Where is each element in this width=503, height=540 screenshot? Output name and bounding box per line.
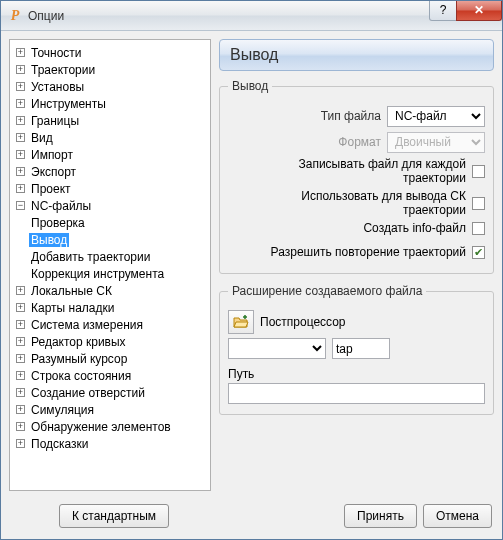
expand-icon[interactable]: + [16, 82, 25, 91]
extension-combo[interactable] [228, 338, 326, 359]
accept-button[interactable]: Принять [344, 504, 417, 528]
tree-item-label[interactable]: NC-файлы [29, 199, 93, 213]
window-title: Опции [28, 9, 430, 23]
tree-item[interactable]: +Подсказки [12, 435, 208, 452]
filetype-combo[interactable]: NC-файл [387, 106, 485, 127]
cancel-button[interactable]: Отмена [423, 504, 492, 528]
tree-item-label[interactable]: Строка состояния [29, 369, 133, 383]
write-each-checkbox[interactable] [472, 165, 485, 178]
tree-item-label[interactable]: Создание отверстий [29, 386, 147, 400]
tree-item[interactable]: +Разумный курсор [12, 350, 208, 367]
tree-item-label[interactable]: Разумный курсор [29, 352, 129, 366]
tree-item[interactable]: +Редактор кривых [12, 333, 208, 350]
tree-item-label[interactable]: Обнаружение элементов [29, 420, 173, 434]
tree-item[interactable]: +Локальные СК [12, 282, 208, 299]
expand-icon[interactable]: + [16, 354, 25, 363]
tree-item[interactable]: +Импорт [12, 146, 208, 163]
path-input[interactable] [228, 383, 485, 404]
expand-icon[interactable]: + [16, 167, 25, 176]
folder-open-icon [233, 314, 249, 330]
tree-item[interactable]: +Траектории [12, 61, 208, 78]
expand-icon[interactable]: + [16, 439, 25, 448]
panel-title: Вывод [219, 39, 494, 71]
postprocessor-label: Постпроцессор [260, 315, 346, 329]
tree-item-label[interactable]: Вид [29, 131, 55, 145]
expand-icon[interactable]: + [16, 371, 25, 380]
expand-icon[interactable]: + [16, 150, 25, 159]
use-cs-label: Использовать для вывода СК траектории [266, 189, 466, 217]
titlebar: P Опции ? ✕ [1, 1, 502, 31]
tree-item-label[interactable]: Границы [29, 114, 81, 128]
expand-icon[interactable]: + [16, 48, 25, 57]
tree-item-label[interactable]: Добавить траектории [29, 250, 152, 264]
tree-item[interactable]: +Карты наладки [12, 299, 208, 316]
allow-repeat-label: Разрешить повторение траекторий [271, 245, 466, 259]
postprocessor-button[interactable] [228, 310, 254, 334]
use-cs-checkbox[interactable] [472, 197, 485, 210]
close-button[interactable]: ✕ [456, 1, 502, 21]
tree-item-label[interactable]: Симуляция [29, 403, 96, 417]
expand-icon[interactable]: + [16, 422, 25, 431]
tree-item-label[interactable]: Импорт [29, 148, 75, 162]
tree-item-label[interactable]: Инструменты [29, 97, 108, 111]
tree-item[interactable]: +Установы [12, 78, 208, 95]
bottom-buttons: К стандартным Принять Отмена [1, 499, 502, 539]
expand-icon[interactable]: + [16, 286, 25, 295]
tree-item-label[interactable]: Карты наладки [29, 301, 116, 315]
tree-item[interactable]: +Инструменты [12, 95, 208, 112]
tree-item[interactable]: +Границы [12, 112, 208, 129]
tree-item[interactable]: +Система измерения [12, 316, 208, 333]
defaults-button[interactable]: К стандартным [59, 504, 169, 528]
extension-input[interactable] [332, 338, 390, 359]
window-buttons: ? ✕ [430, 1, 502, 21]
options-dialog: P Опции ? ✕ +Точности+Траектории+Установ… [0, 0, 503, 540]
tree-item[interactable]: +Экспорт [12, 163, 208, 180]
collapse-icon[interactable]: − [16, 201, 25, 210]
path-label: Путь [228, 367, 485, 381]
create-info-checkbox[interactable] [472, 222, 485, 235]
tree-item[interactable]: +Строка состояния [12, 367, 208, 384]
format-label: Формат [338, 135, 381, 149]
help-button[interactable]: ? [429, 1, 457, 21]
tree-item[interactable]: +Вид [12, 129, 208, 146]
expand-icon[interactable]: + [16, 65, 25, 74]
tree-item[interactable]: +Точности [12, 44, 208, 61]
expand-icon[interactable]: + [16, 388, 25, 397]
tree-item-label[interactable]: Траектории [29, 63, 97, 77]
tree-item[interactable]: Проверка [12, 214, 208, 231]
tree-item-label[interactable]: Коррекция инструмента [29, 267, 166, 281]
tree-item-label[interactable]: Проверка [29, 216, 87, 230]
expand-icon[interactable]: + [16, 116, 25, 125]
expand-icon[interactable]: + [16, 320, 25, 329]
tree-item-label[interactable]: Вывод [29, 233, 69, 247]
right-panel: Вывод Вывод Тип файла NC-файл Формат Дво… [219, 39, 494, 491]
expand-icon[interactable]: + [16, 99, 25, 108]
expand-icon[interactable]: + [16, 184, 25, 193]
output-group: Вывод Тип файла NC-файл Формат Двоичный … [219, 79, 494, 274]
tree-item[interactable]: +Создание отверстий [12, 384, 208, 401]
tree-item[interactable]: +Обнаружение элементов [12, 418, 208, 435]
tree-item-label[interactable]: Экспорт [29, 165, 78, 179]
expand-icon[interactable]: + [16, 133, 25, 142]
allow-repeat-checkbox[interactable] [472, 246, 485, 259]
tree-item[interactable]: +Проект [12, 180, 208, 197]
tree-item[interactable]: Добавить траектории [12, 248, 208, 265]
tree-item[interactable]: +Симуляция [12, 401, 208, 418]
expand-icon[interactable]: + [16, 303, 25, 312]
content-area: +Точности+Траектории+Установы+Инструмент… [1, 31, 502, 499]
tree-item-label[interactable]: Система измерения [29, 318, 145, 332]
tree-item-label[interactable]: Локальные СК [29, 284, 114, 298]
tree-item[interactable]: −NC-файлы [12, 197, 208, 214]
tree-item-label[interactable]: Редактор кривых [29, 335, 128, 349]
tree-item[interactable]: Вывод [12, 231, 208, 248]
expand-icon[interactable]: + [16, 337, 25, 346]
output-legend: Вывод [228, 79, 272, 93]
tree-item-label[interactable]: Проект [29, 182, 73, 196]
category-tree[interactable]: +Точности+Траектории+Установы+Инструмент… [9, 39, 211, 491]
tree-item-label[interactable]: Точности [29, 46, 84, 60]
tree-item-label[interactable]: Установы [29, 80, 86, 94]
extension-legend: Расширение создаваемого файла [228, 284, 426, 298]
tree-item[interactable]: Коррекция инструмента [12, 265, 208, 282]
expand-icon[interactable]: + [16, 405, 25, 414]
tree-item-label[interactable]: Подсказки [29, 437, 91, 451]
